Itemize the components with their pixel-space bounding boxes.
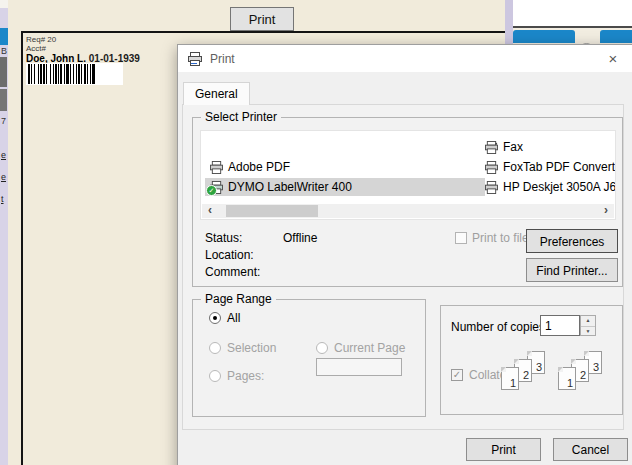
tab-mar[interactable] [600,30,632,43]
printer-item-fax[interactable]: Fax [484,138,523,156]
printer-name[interactable]: DYMO LabelWriter 400 [228,180,352,194]
edge-fragment: B [1,46,7,56]
preferences-button[interactable]: Preferences [526,229,618,253]
printer-item-adobe-pdf[interactable]: Adobe PDF [209,158,290,176]
left-window-sliver: B 7 e e t [0,0,8,465]
collate-pages-icon: 3 2 1 [558,351,610,401]
select-printer-legend: Select Printer [201,110,281,124]
printer-item-dymo-selected[interactable]: ✓ DYMO LabelWriter 400 [205,178,485,196]
printer-icon [484,161,499,174]
sliver-blue-block [0,28,8,45]
sliver-block [0,0,8,8]
printer-name[interactable]: Fax [503,140,523,154]
collate-pages-icon: 3 2 1 [501,351,553,401]
tab-general[interactable]: General [183,82,250,105]
printer-item-foxtab[interactable]: FoxTab PDF Convert [484,158,615,176]
edge-link-fragment: e [1,172,6,182]
edge-fragment: 7 [1,116,6,126]
find-printer-button[interactable]: Find Printer... [526,258,618,282]
location-label: Location: [205,248,254,262]
printer-icon-with-default-badge: ✓ [209,181,224,194]
edge-link-fragment: t [1,194,4,204]
default-printer-check-icon: ✓ [206,185,217,196]
sliver-gray-block [0,89,7,111]
number-of-copies-label: Number of copies: [451,320,548,334]
scroll-right-icon[interactable]: › [598,204,614,218]
collate-checkbox[interactable]: ✓ [451,369,463,381]
radio-current-page[interactable] [316,342,328,354]
background-print-button[interactable]: Print [230,7,294,31]
print-to-file-label: Print to file [472,231,529,245]
copies-count-input[interactable]: 1 [540,315,580,336]
general-tab-page: Select Printer Fax [182,104,624,430]
barcode-image [26,63,123,85]
print-dialog: Print × General Select Printer [177,44,632,465]
page-range-group: Page Range All Selection Current Page Pa… [192,299,426,417]
printer-item-hp-deskjet[interactable]: HP Deskjet 3050A J6 [484,178,616,196]
radio-all-label[interactable]: All [227,311,240,325]
fax-icon [484,141,499,154]
sliver-gray-block [0,57,7,87]
radio-selection[interactable] [209,342,221,354]
printer-icon [187,52,203,66]
radio-selection-label: Selection [227,341,276,355]
print-to-file-checkbox[interactable] [455,232,467,244]
copies-group: Number of copies: 1 ▲ ▼ ✓ Collate 3 2 1 … [440,305,623,415]
dialog-titlebar: Print × [178,45,632,72]
status-value: Offline [283,231,317,245]
close-icon[interactable]: × [604,51,622,67]
dialog-cancel-button[interactable]: Cancel [553,438,628,461]
radio-current-page-label: Current Page [334,341,405,355]
req-number: Req# 20 [26,35,506,44]
printer-icon [484,181,499,194]
radio-all[interactable] [209,312,221,324]
dialog-print-button[interactable]: Print [466,438,541,461]
radio-pages-label: Pages: [227,369,264,383]
spin-up-icon[interactable]: ▲ [581,316,595,327]
spin-down-icon[interactable]: ▼ [581,327,595,337]
dialog-title: Print [210,52,235,66]
status-label: Status: [205,231,242,245]
pages-range-input[interactable] [316,358,402,376]
printer-name[interactable]: FoxTab PDF Convert [503,160,615,174]
select-printer-group: Select Printer Fax [192,117,623,287]
printer-list-hscrollbar[interactable]: ‹ › [202,204,614,218]
printer-list[interactable]: Fax Adobe PDF [200,130,616,220]
printer-name[interactable]: Adobe PDF [228,160,290,174]
printer-icon [209,161,224,174]
radio-pages[interactable] [209,370,221,382]
edge-link-fragment: e [1,150,6,160]
tab-encounters[interactable] [513,30,575,43]
copies-stepper[interactable]: ▲ ▼ [580,315,596,336]
scrollbar-thumb[interactable] [226,205,318,217]
scroll-left-icon[interactable]: ‹ [202,204,218,218]
page-range-legend: Page Range [201,292,276,306]
comment-label: Comment: [205,265,260,279]
printer-name[interactable]: HP Deskjet 3050A J6 [503,180,616,194]
